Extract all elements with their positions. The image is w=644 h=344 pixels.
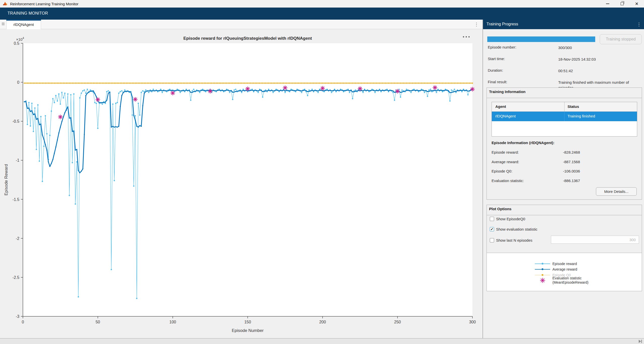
- episode-reward-label: Episode reward:: [492, 150, 519, 154]
- svg-text:0: 0: [22, 320, 24, 324]
- svg-text:-2.5: -2.5: [12, 275, 19, 280]
- show-episodeq0-checkbox[interactable]: [490, 217, 494, 221]
- close-button[interactable]: ✕: [629, 0, 644, 8]
- panel-kebab-menu-icon[interactable]: ⋮: [636, 22, 641, 27]
- svg-text:Episode reward for rlQueuingSt: Episode reward for rlQueuingStrategiesMo…: [183, 36, 312, 41]
- close-icon: ✕: [635, 2, 638, 6]
- more-details-button[interactable]: More Details...: [596, 187, 637, 196]
- duration-row: Duration: 00:51:42: [488, 68, 639, 72]
- evaluation-statistic-value: -886.1367: [563, 179, 580, 183]
- svg-text:-2: -2: [16, 236, 19, 241]
- legend-average-reward: Average reward: [535, 267, 577, 272]
- show-last-n-episodes-checkbox[interactable]: [490, 238, 494, 242]
- status-column-header: Status: [565, 102, 637, 111]
- status-bar: [0, 338, 644, 344]
- show-evaluation-statistic-option: ✓ Show evaluation statistic: [490, 226, 537, 232]
- svg-text:200: 200: [319, 320, 326, 324]
- average-reward-value: -887.1568: [563, 160, 580, 164]
- document-stack-icon[interactable]: [2, 23, 5, 26]
- training-stopped-label: Training stopped: [606, 37, 636, 41]
- status-cell: Training finished: [565, 112, 637, 121]
- training-information-title: Training Information: [487, 88, 642, 96]
- svg-text:50: 50: [96, 320, 100, 324]
- evaluation-statistic-label: Evaluation statistic:: [492, 179, 524, 183]
- training-progress-bar: [487, 36, 595, 42]
- tab-rldqnagent[interactable]: rlDQNAgent: [6, 20, 41, 29]
- ribbon-tab-training-monitor[interactable]: TRAINING MONITOR: [8, 11, 48, 16]
- average-reward-label: Average reward:: [492, 160, 519, 164]
- chart-legend: Episode reward Average reward Episode Q0…: [487, 253, 642, 291]
- episode-q0-label: Episode Q0:: [492, 169, 512, 173]
- show-evaluation-statistic-checkbox[interactable]: ✓: [490, 227, 494, 231]
- agent-column-header: Agent: [492, 102, 565, 111]
- matlab-logo-icon: [3, 1, 8, 6]
- start-time-label: Start time:: [488, 57, 505, 61]
- tab-label: rlDQNAgent: [14, 22, 34, 27]
- evaluation-statistic-asterisk-icon: [535, 276, 550, 285]
- episode-q0-value: -106.0036: [563, 169, 580, 173]
- more-details-label: More Details...: [604, 189, 629, 194]
- show-episodeq0-option: Show EpisodeQ0: [490, 216, 525, 222]
- svg-text:-1: -1: [16, 158, 19, 162]
- legend-episode-reward: Episode reward: [535, 262, 577, 266]
- episode-number-row: Episode number: 300/300: [488, 45, 639, 49]
- final-result-label: Final result:: [488, 80, 507, 84]
- evaluation-statistic-legend-label: Evaluation statistic (MeanEpisodeReward): [552, 276, 588, 285]
- svg-text:0: 0: [17, 80, 19, 84]
- svg-text:250: 250: [394, 320, 401, 324]
- svg-text:0.5: 0.5: [14, 41, 19, 46]
- restore-icon: [621, 2, 624, 5]
- last-n-episodes-input[interactable]: [551, 236, 639, 244]
- svg-text:300: 300: [469, 320, 476, 324]
- restore-button[interactable]: [615, 0, 629, 8]
- minimize-button[interactable]: [600, 0, 615, 8]
- show-episodeq0-label: Show EpisodeQ0: [496, 217, 525, 221]
- duration-value: 00:51:42: [558, 68, 642, 73]
- chart-panel: 0501001502002503000.50-0.5-1-1.5-2-2.5-3…: [0, 29, 482, 338]
- episode-information-title: Episode Information (rlDQNAgent):: [492, 141, 554, 145]
- document-tab-strip: rlDQNAgent ⋮: [0, 20, 482, 29]
- episode-reward-chart: 0501001502002503000.50-0.5-1-1.5-2-2.5-3…: [0, 29, 482, 338]
- training-progress-panel: Training stopped Episode number: 300/300…: [483, 29, 644, 338]
- training-progress-header: Training Progress ⋮: [483, 20, 644, 29]
- average-reward-line-icon: [535, 268, 550, 271]
- episode-reward-value: -828.2468: [563, 150, 580, 154]
- show-last-n-episodes-label: Show last N episodes: [496, 238, 532, 242]
- plot-options-section: Plot Options Show EpisodeQ0 ✓ Show evalu…: [487, 205, 642, 254]
- show-evaluation-statistic-label: Show evaluation statistic: [496, 227, 537, 231]
- average-reward-row: Average reward: -887.1568: [492, 160, 637, 164]
- minimize-icon: [606, 4, 609, 4]
- svg-text:-0.5: -0.5: [12, 119, 19, 123]
- table-row-rldqnagent[interactable]: rlDQNAgent Training finished: [492, 112, 637, 121]
- episode-reward-line-icon: [535, 262, 550, 266]
- final-result-row: Final result: Training finished with max…: [488, 80, 639, 84]
- agent-table-header: Agent Status: [492, 102, 637, 112]
- evaluation-statistic-row: Evaluation statistic: -886.1367: [492, 179, 637, 183]
- svg-text:-1.5: -1.5: [12, 197, 19, 202]
- window-title: Reinforcement Learning Training Monitor: [10, 2, 78, 6]
- duration-label: Duration:: [488, 68, 503, 72]
- skip-to-end-icon[interactable]: [638, 339, 642, 343]
- section-divider: [487, 215, 642, 215]
- legend-evaluation-statistic: Evaluation statistic (MeanEpisodeReward): [535, 278, 588, 283]
- episode-reward-row: Episode reward: -828.2468: [492, 150, 637, 154]
- chart-options-menu-icon[interactable]: [462, 35, 471, 38]
- ribbon: TRAINING MONITOR: [0, 8, 644, 20]
- svg-text:100: 100: [169, 320, 176, 324]
- agent-status-table: Agent Status rlDQNAgent Training finishe…: [492, 102, 637, 137]
- training-progress-title: Training Progress: [487, 22, 518, 26]
- svg-text:-3: -3: [16, 314, 19, 319]
- start-time-row: Start time: 18-Nov-2025 14:32:03: [488, 57, 639, 61]
- episode-number-label: Episode number:: [488, 45, 516, 49]
- section-divider: [487, 98, 642, 98]
- training-stopped-button[interactable]: Training stopped: [600, 34, 642, 44]
- svg-text:Episode Number: Episode Number: [232, 328, 264, 333]
- plot-options-title: Plot Options: [487, 205, 642, 213]
- start-time-value: 18-Nov-2025 14:32:03: [558, 57, 642, 62]
- svg-text:Episode Reward: Episode Reward: [4, 164, 9, 196]
- svg-text:150: 150: [244, 320, 251, 324]
- svg-text:×104: ×104: [16, 36, 24, 41]
- tab-strip-kebab-menu-icon[interactable]: ⋮: [474, 22, 479, 27]
- agent-cell: rlDQNAgent: [492, 112, 565, 121]
- window-title-bar: Reinforcement Learning Training Monitor …: [0, 0, 644, 8]
